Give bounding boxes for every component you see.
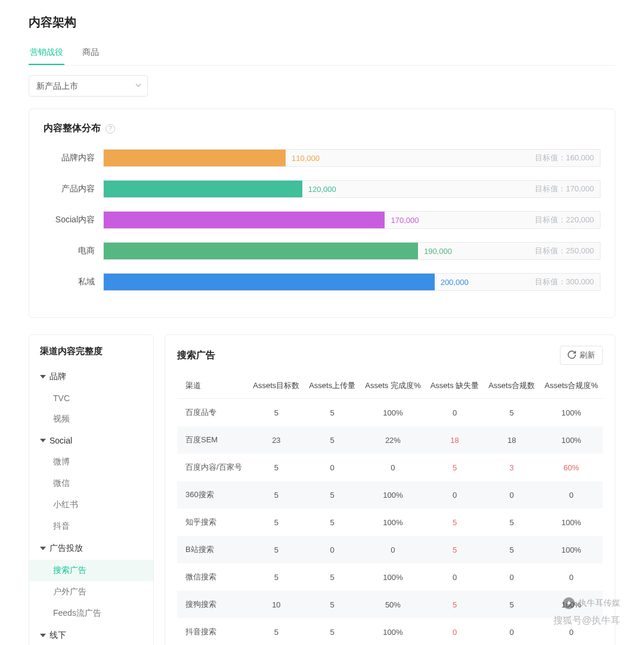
cell: 0: [540, 481, 603, 508]
assets-table: 渠道Assets目标数Assets上传量Assets 完成度%Assets 缺失…: [177, 373, 603, 645]
cell: 50%: [360, 591, 426, 618]
tree-group-label: 广告投放: [49, 543, 83, 554]
cell: 0: [484, 481, 540, 508]
bar-label: Social内容: [44, 215, 103, 225]
cell: 5: [248, 618, 304, 645]
cell: 5: [248, 399, 304, 427]
bar-fill: [104, 150, 286, 166]
cell: 5: [248, 536, 304, 563]
cell: 0: [360, 536, 426, 563]
bar-fill: [104, 181, 302, 197]
cell: 5: [248, 508, 304, 536]
bar-track: 200,000目标值：300,000: [103, 273, 600, 291]
col-header: Assets合规度%: [540, 373, 603, 399]
tree-group-Social[interactable]: Social: [29, 430, 153, 451]
tree-item-TVC[interactable]: TVC: [29, 388, 153, 408]
col-header: Assets目标数: [248, 373, 304, 399]
caret-down-icon: [40, 439, 46, 442]
chart-title: 内容整体分布: [44, 122, 101, 135]
tree-item-视频[interactable]: 视频: [29, 408, 153, 430]
caret-down-icon: [40, 634, 46, 637]
bar-chart: 品牌内容110,000目标值：160,000产品内容120,000目标值：170…: [44, 149, 600, 291]
cell: 22%: [360, 426, 426, 454]
cell: 100%: [360, 481, 426, 508]
tree-group-线下[interactable]: 线下: [29, 624, 153, 645]
col-header: Assets合规数: [484, 373, 540, 399]
tree-item-搜索广告[interactable]: 搜索广告: [29, 560, 153, 581]
cell: 5: [248, 563, 304, 591]
cell: 百度品专: [177, 399, 248, 427]
table-row: 百度SEM23522%1818100%: [177, 426, 603, 454]
table-title: 搜索广告: [177, 349, 215, 362]
bar-track: 190,000目标值：250,000: [103, 242, 600, 260]
cell: 5: [426, 454, 484, 481]
cell: 5: [304, 618, 360, 645]
bar-value: 190,000: [418, 243, 452, 259]
cell: 100%: [540, 426, 603, 454]
col-header: Assets上传量: [304, 373, 360, 399]
bar-value: 170,000: [385, 212, 419, 228]
bar-track: 110,000目标值：160,000: [103, 149, 600, 167]
cell: 10: [248, 591, 304, 618]
cell: 5: [484, 591, 540, 618]
tree-group-label: 线下: [49, 630, 66, 641]
cell: 0: [426, 481, 484, 508]
cell: 5: [426, 591, 484, 618]
tab-1[interactable]: 商品: [81, 41, 100, 65]
content-distribution-card: 内容整体分布 ? 品牌内容110,000目标值：160,000产品内容120,0…: [29, 108, 615, 318]
tree-item-小红书[interactable]: 小红书: [29, 494, 153, 516]
cell: 5: [304, 426, 360, 454]
sidebar-title: 渠道内容完整度: [29, 346, 153, 365]
cell: 搜狗搜索: [177, 591, 248, 618]
tab-0[interactable]: 营销战役: [29, 41, 64, 65]
cell: 百度SEM: [177, 426, 248, 454]
table-row: 抖音搜索55100%000: [177, 618, 603, 645]
tree-item-微信[interactable]: 微信: [29, 473, 153, 494]
cell: 抖音搜索: [177, 618, 248, 645]
bar-target: 目标值：250,000: [535, 243, 594, 259]
campaign-select-value: 新产品上市: [29, 75, 148, 97]
tree-item-Feeds流广告[interactable]: Feeds流广告: [29, 603, 153, 624]
cell: 0: [540, 618, 603, 645]
bar-row-产品内容: 产品内容120,000目标值：170,000: [44, 180, 600, 198]
cell: 18: [484, 426, 540, 454]
refresh-button[interactable]: 刷新: [560, 346, 603, 365]
cell: 知乎搜索: [177, 508, 248, 536]
cell: 5: [304, 481, 360, 508]
bar-target: 目标值：300,000: [535, 274, 594, 290]
refresh-icon: [568, 351, 576, 361]
cell: 0: [304, 536, 360, 563]
cell: 5: [426, 508, 484, 536]
tree-group-label: 品牌: [49, 371, 66, 382]
campaign-select[interactable]: 新产品上市: [29, 75, 148, 97]
table-row: B站搜索50055100%: [177, 536, 603, 563]
cell: B站搜索: [177, 536, 248, 563]
table-row: 360搜索55100%000: [177, 481, 603, 508]
cell: 5: [304, 563, 360, 591]
table-row: 知乎搜索55100%55100%: [177, 508, 603, 536]
cell: 0: [484, 563, 540, 591]
caret-down-icon: [40, 547, 46, 550]
cell: 0: [484, 618, 540, 645]
bar-target: 目标值：220,000: [535, 212, 594, 228]
cell: 100%: [540, 536, 603, 563]
bar-label: 私域: [44, 277, 103, 287]
cell: 5: [304, 508, 360, 536]
col-header: Assets 缺失量: [426, 373, 484, 399]
tree-group-品牌[interactable]: 品牌: [29, 365, 153, 388]
cell: 100%: [360, 508, 426, 536]
cell: 百度内容/百家号: [177, 454, 248, 481]
tree-item-户外广告[interactable]: 户外广告: [29, 581, 153, 603]
cell: 0: [426, 563, 484, 591]
bar-target: 目标值：160,000: [535, 150, 594, 166]
help-icon[interactable]: ?: [106, 124, 115, 134]
cell: 5: [304, 399, 360, 427]
tree-group-广告投放[interactable]: 广告投放: [29, 537, 153, 560]
cell: 0: [426, 618, 484, 645]
top-tabs: 营销战役商品: [29, 41, 615, 66]
tree-item-微博[interactable]: 微博: [29, 451, 153, 473]
tree-item-抖音[interactable]: 抖音: [29, 516, 153, 537]
cell: 100%: [540, 399, 603, 427]
cell: 0: [540, 563, 603, 591]
cell: 5: [304, 591, 360, 618]
